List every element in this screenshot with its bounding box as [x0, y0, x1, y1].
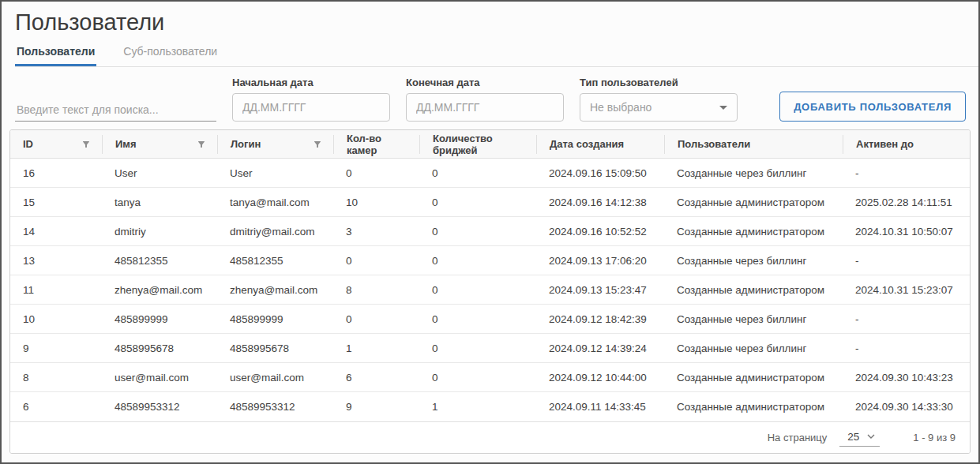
tab-users[interactable]: Пользователи [15, 45, 96, 66]
cell-bridges: 0 [419, 167, 536, 179]
cell-bridges: 0 [419, 255, 536, 267]
funnel-icon[interactable] [81, 140, 91, 149]
table-row[interactable]: 11zhenya@mail.comzhenya@mail.com802024.0… [10, 275, 970, 305]
chevron-down-icon [867, 434, 875, 439]
cell-name: 48589953312 [102, 401, 217, 413]
cell-bridges: 0 [419, 196, 536, 208]
cell-active_to: - [843, 167, 970, 179]
per-page-select[interactable]: 25 [839, 429, 880, 447]
cell-name: 485899999 [102, 313, 217, 325]
cell-id: 15 [10, 196, 102, 208]
table-row[interactable]: 10485899999485899999002024.09.12 18:42:3… [10, 305, 970, 334]
cell-id: 11 [10, 284, 102, 296]
cell-users: Созданные администратором [664, 226, 843, 238]
tab-sub-users[interactable]: Суб-пользователи [122, 45, 219, 66]
cell-id: 16 [10, 167, 102, 179]
cell-active_to: 2024.09.30 10:43:23 [843, 372, 970, 384]
cell-name: zhenya@mail.com [102, 284, 217, 296]
cell-login: tanya@mail.com [217, 196, 333, 208]
cell-cameras: 0 [333, 167, 419, 179]
cell-users: Созданные через биллинг [664, 167, 843, 179]
cell-cameras: 1 [333, 342, 419, 354]
cell-users: Созданные администратором [664, 372, 843, 384]
cell-id: 10 [10, 313, 102, 325]
search-input[interactable] [15, 99, 216, 122]
users-table: IDИмяЛогинКол-во камерКоличество бриджей… [9, 129, 971, 454]
cell-cameras: 0 [333, 255, 419, 267]
column-header-label: ID [23, 138, 33, 150]
cell-active_to: 2024.10.31 15:23:07 [843, 284, 970, 296]
cell-active_to: - [843, 255, 970, 267]
add-user-button[interactable]: ДОБАВИТЬ ПОЛЬЗОВАТЕЛЯ [779, 92, 966, 122]
caret-down-icon [719, 106, 727, 110]
column-header-label: Активен до [856, 138, 914, 150]
cell-bridges: 0 [419, 372, 536, 384]
cell-login: zhenya@mail.com [217, 284, 333, 296]
column-header-users[interactable]: Пользователи [664, 135, 843, 154]
cell-id: 8 [10, 372, 102, 384]
cell-login: 485899999 [217, 313, 333, 325]
page-title: Пользователи [15, 9, 978, 35]
column-header-id[interactable]: ID [10, 135, 102, 154]
table-row[interactable]: 16UserUser002024.09.16 15:09:50Созданные… [10, 159, 970, 188]
cell-cameras: 6 [333, 372, 419, 384]
column-header-bridges[interactable]: Количество бриджей [419, 135, 536, 154]
end-date-label: Конечная дата [406, 77, 564, 88]
cell-name: dmitriy [102, 226, 217, 238]
cell-login: 4858995678 [217, 342, 333, 354]
cell-created: 2024.09.13 15:23:47 [536, 284, 664, 296]
cell-bridges: 0 [419, 284, 536, 296]
table-row[interactable]: 8user@mail.comuser@mail.com602024.09.12 … [10, 363, 970, 392]
funnel-icon[interactable] [197, 140, 206, 149]
table-row[interactable]: 14dmitriydmitriy@mail.com302024.09.16 10… [10, 217, 970, 246]
cell-name: tanya [102, 196, 217, 208]
cell-login: 48589953312 [217, 401, 333, 413]
funnel-icon[interactable] [313, 140, 322, 149]
table-row[interactable]: 64858995331248589953312912024.09.11 14:3… [10, 392, 970, 421]
tab-bar: Пользователи Суб-пользователи [15, 45, 978, 67]
column-header-label: Логин [231, 138, 261, 150]
cell-cameras: 10 [333, 196, 419, 208]
column-header-login[interactable]: Логин [217, 135, 333, 154]
start-date-label: Начальная дата [232, 77, 390, 88]
per-page-label: На страницу [768, 432, 828, 443]
cell-cameras: 9 [333, 401, 419, 413]
cell-created: 2024.09.13 17:06:20 [536, 255, 664, 267]
cell-created: 2024.09.11 14:33:45 [536, 401, 664, 413]
user-type-select[interactable]: Не выбрано [580, 93, 738, 122]
column-header-label: Дата создания [550, 138, 624, 150]
column-header-active_to[interactable]: Активен до [843, 135, 970, 154]
cell-users: Созданные администратором [664, 401, 843, 413]
cell-name: 4858995678 [102, 342, 217, 354]
cell-name: user@mail.com [102, 372, 217, 384]
table-row[interactable]: 15tanyatanya@mail.com1002024.09.16 14:12… [10, 188, 970, 217]
column-header-created[interactable]: Дата создания [536, 135, 664, 154]
table-body: 16UserUser002024.09.16 15:09:50Созданные… [10, 159, 970, 421]
cell-name: User [102, 167, 217, 179]
filter-bar: Начальная дата Конечная дата Тип пользов… [15, 77, 966, 122]
cell-cameras: 0 [333, 313, 419, 325]
table-row[interactable]: 948589956784858995678102024.09.12 14:39:… [10, 334, 970, 363]
cell-created: 2024.09.16 10:52:52 [536, 226, 664, 238]
user-type-field: Тип пользователей Не выбрано [580, 77, 738, 122]
cell-login: User [217, 167, 333, 179]
cell-bridges: 0 [419, 313, 536, 325]
cell-active_to: - [843, 313, 970, 325]
cell-login: dmitriy@mail.com [217, 226, 333, 238]
cell-users: Созданные администратором [664, 196, 843, 208]
user-type-label: Тип пользователей [580, 77, 738, 88]
column-header-cameras[interactable]: Кол-во камер [333, 135, 419, 154]
pagination-range: 1 - 9 из 9 [913, 432, 956, 443]
cell-id: 9 [10, 342, 102, 354]
start-date-field: Начальная дата [232, 77, 390, 122]
cell-users: Созданные администратором [664, 284, 843, 296]
cell-active_to: 2025.02.28 14:11:51 [843, 196, 970, 208]
end-date-input[interactable] [406, 93, 564, 122]
start-date-input[interactable] [232, 93, 390, 122]
cell-id: 6 [10, 401, 102, 413]
cell-name: 485812355 [102, 255, 217, 267]
column-header-name[interactable]: Имя [102, 135, 217, 154]
table-row[interactable]: 13485812355485812355002024.09.13 17:06:2… [10, 246, 970, 275]
cell-created: 2024.09.16 14:12:38 [536, 196, 664, 208]
cell-active_to: - [843, 342, 970, 354]
